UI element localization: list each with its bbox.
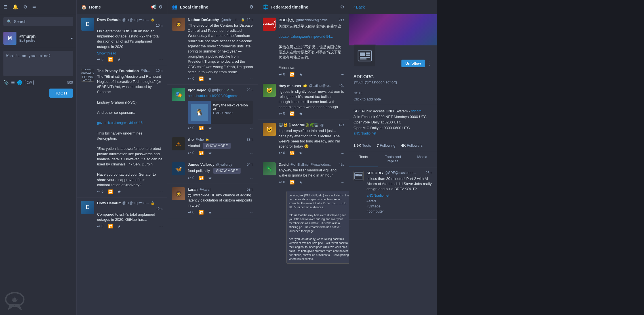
anonradio-link[interactable]: aNONradio.net <box>353 131 376 135</box>
show-thread-link[interactable]: Show thread <box>97 51 116 55</box>
following-stat[interactable]: 7 Following <box>377 143 395 148</box>
group-icon: 👥 <box>172 4 178 10</box>
reply-action[interactable]: ↩0 <box>188 126 194 130</box>
unfollow-button[interactable]: Unfollow <box>401 60 425 67</box>
mastodon-logo <box>0 287 76 315</box>
more-options-icon[interactable]: ··· <box>159 189 163 194</box>
filter-icon[interactable]: ⚙ <box>340 4 344 10</box>
post-header: Drew DeVault @sir@cmpwn.c... 🔒 12m <box>97 201 163 211</box>
fave-action[interactable]: ★ <box>117 189 121 194</box>
search-bar[interactable]: 🔍 <box>3 17 73 26</box>
fave-action[interactable]: ★ <box>208 126 212 130</box>
fave-action[interactable]: ★ <box>208 151 212 155</box>
toot-button[interactable]: TOOT! <box>49 89 73 98</box>
more-options-icon[interactable]: ··· <box>159 57 163 61</box>
fave-action[interactable]: ★ <box>208 176 212 180</box>
tab-toots[interactable]: Toots <box>349 151 378 167</box>
tooltip-content: version, tax (VAT, GST, etc.) was includ… <box>289 194 349 261</box>
attachment-icon[interactable]: 📎 <box>3 80 9 85</box>
home-column: 🏠 Home 📢 ⚙ D Drew DeVault @sir@cmpwn.c..… <box>77 0 167 315</box>
boost-action[interactable]: 🔁 <box>199 76 204 81</box>
reply-icon: ↩ <box>97 224 100 228</box>
svg-rect-7 <box>366 54 370 56</box>
reply-action[interactable]: ↩0 <box>97 224 104 228</box>
boost-action[interactable]: 🔁 <box>199 126 204 130</box>
more-options-icon[interactable]: ··· <box>250 176 253 180</box>
profile-note-field[interactable]: Click to add note <box>349 96 437 105</box>
list-item: 🧔 Nathan DeGruchy @nathand... 🔒 12m "The… <box>167 14 258 85</box>
cw-button[interactable]: CW <box>25 80 34 85</box>
profile-display-name: SDF.ORG <box>353 74 432 79</box>
fave-action[interactable]: ★ <box>208 210 212 215</box>
more-options-icon[interactable]: ··· <box>250 76 253 81</box>
reply-action[interactable]: ↩0 <box>279 151 285 155</box>
boost-action[interactable]: 🔁 <box>199 176 204 180</box>
fave-action[interactable]: ★ <box>299 180 303 184</box>
chevron-down-icon[interactable]: ▾ <box>71 36 73 41</box>
fave-action[interactable]: ★ <box>117 224 121 228</box>
reply-action[interactable]: ↩0 <box>279 180 285 184</box>
globe-icon[interactable]: 🌐 <box>17 80 22 85</box>
compose-textarea[interactable] <box>3 51 73 76</box>
toots-stat[interactable]: 1.9K Toots <box>353 143 371 148</box>
more-options-icon[interactable]: ··· <box>159 224 163 228</box>
tab-toots-and-replies[interactable]: Toots and replies <box>378 151 407 167</box>
boost-action[interactable]: 🔁 <box>199 151 204 155</box>
post-link[interactable]: govtrack.us/congress/bills/116... <box>97 121 146 125</box>
boost-action[interactable]: 🔁 <box>290 151 294 155</box>
tab-media[interactable]: Media <box>408 151 437 167</box>
more-options-icon[interactable]: ··· <box>250 126 253 130</box>
star-icon: ★ <box>208 151 212 155</box>
show-more-button[interactable]: SHOW MORE <box>203 143 231 149</box>
more-options-icon[interactable]: ··· <box>341 72 344 76</box>
search-input[interactable] <box>14 19 70 24</box>
fave-action[interactable]: ★ <box>208 76 212 81</box>
more-options-icon[interactable]: ··· <box>341 151 344 155</box>
anonradio-post-link[interactable]: aNONradio.net <box>367 194 389 198</box>
boost-action[interactable]: 🔁 <box>108 57 113 62</box>
more-options-icon[interactable]: ··· <box>341 112 344 116</box>
reply-action[interactable]: ↩0 <box>188 210 194 215</box>
boost-action[interactable]: 🔁 <box>199 210 204 215</box>
reply-action[interactable]: ↩0 <box>97 57 104 62</box>
reply-action[interactable]: ↩0 <box>279 72 285 77</box>
fave-action[interactable]: ★ <box>299 151 303 155</box>
show-more-button[interactable]: SHOW MORE <box>213 168 241 174</box>
menu-icon[interactable]: ☰ <box>3 4 7 10</box>
more-options-icon[interactable]: ··· <box>250 210 253 214</box>
more-options-button[interactable]: ⋮ <box>427 60 432 67</box>
edit-profile-link[interactable]: Edit profile <box>19 39 68 43</box>
local-column-title: Local timeline <box>180 5 247 9</box>
megaphone-icon[interactable]: 📢 <box>151 4 156 10</box>
reply-action[interactable]: ↩0 <box>97 189 104 194</box>
reply-action[interactable]: ↩0 <box>188 76 194 81</box>
fave-action[interactable]: ★ <box>299 72 303 77</box>
back-button[interactable]: ‹ Back <box>353 5 365 9</box>
reply-action[interactable]: ↩0 <box>279 111 285 116</box>
more-options-icon[interactable]: ··· <box>250 151 253 155</box>
list-item: THEPRIVACYFOUNDATION The Privacy Foundat… <box>77 65 167 198</box>
logout-icon[interactable]: ➡ <box>32 4 36 10</box>
federated-column-header: 🌐 Federated timeline ⚙ <box>258 0 349 14</box>
sdf-link[interactable]: sdf.org <box>411 109 422 113</box>
boost-action[interactable]: 🔁 <box>290 111 294 116</box>
post-time: 10m <box>156 69 163 73</box>
fave-action[interactable]: ★ <box>299 111 303 116</box>
boost-action[interactable]: 🔁 <box>290 180 294 184</box>
filter-icon[interactable]: ⚙ <box>249 4 253 10</box>
notifications-icon[interactable]: 🔔 <box>12 4 18 10</box>
more-options-icon[interactable]: ··· <box>341 180 344 184</box>
reply-action[interactable]: ↩0 <box>188 176 194 180</box>
boost-action[interactable]: 🔁 <box>108 224 113 228</box>
post-link[interactable]: bbc.com/zhongwen/simp/world-54... <box>279 35 333 39</box>
followers-stat[interactable]: 4K Followers <box>401 143 423 148</box>
fave-action[interactable]: ★ <box>117 57 121 62</box>
boost-action[interactable]: 🔁 <box>290 72 294 77</box>
boost-action[interactable]: 🔁 <box>108 189 113 194</box>
post-header: Drew DeVault @sir@cmpwn.c... 🔒 10m <box>97 18 163 28</box>
filter-icon[interactable]: ⚙ <box>159 4 163 10</box>
list-icon[interactable]: ☰ <box>11 80 15 85</box>
reply-action[interactable]: ↩0 <box>188 151 194 155</box>
settings-icon[interactable]: ⚙ <box>23 4 27 10</box>
post-link[interactable]: omgubuntu.co.uk/2020/09/gnome-... <box>188 94 243 98</box>
